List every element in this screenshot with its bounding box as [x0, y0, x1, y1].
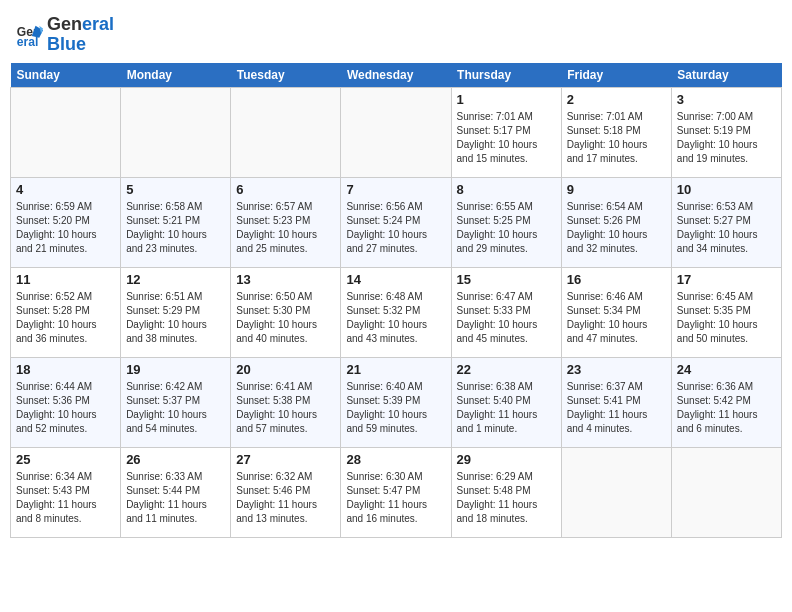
day-info: Sunrise: 6:48 AM Sunset: 5:32 PM Dayligh…: [346, 290, 445, 346]
calendar-cell: 27Sunrise: 6:32 AM Sunset: 5:46 PM Dayli…: [231, 447, 341, 537]
calendar-cell: 29Sunrise: 6:29 AM Sunset: 5:48 PM Dayli…: [451, 447, 561, 537]
day-info: Sunrise: 7:01 AM Sunset: 5:18 PM Dayligh…: [567, 110, 666, 166]
calendar-cell: 24Sunrise: 6:36 AM Sunset: 5:42 PM Dayli…: [671, 357, 781, 447]
calendar-cell: [561, 447, 671, 537]
header-thursday: Thursday: [451, 63, 561, 88]
day-number: 29: [457, 452, 556, 467]
day-number: 24: [677, 362, 776, 377]
calendar-cell: 4Sunrise: 6:59 AM Sunset: 5:20 PM Daylig…: [11, 177, 121, 267]
day-info: Sunrise: 6:56 AM Sunset: 5:24 PM Dayligh…: [346, 200, 445, 256]
day-info: Sunrise: 6:45 AM Sunset: 5:35 PM Dayligh…: [677, 290, 776, 346]
calendar-cell: 9Sunrise: 6:54 AM Sunset: 5:26 PM Daylig…: [561, 177, 671, 267]
logo-icon: Gen eral: [15, 21, 43, 49]
day-info: Sunrise: 6:51 AM Sunset: 5:29 PM Dayligh…: [126, 290, 225, 346]
day-number: 8: [457, 182, 556, 197]
day-number: 4: [16, 182, 115, 197]
day-info: Sunrise: 6:30 AM Sunset: 5:47 PM Dayligh…: [346, 470, 445, 526]
day-info: Sunrise: 6:53 AM Sunset: 5:27 PM Dayligh…: [677, 200, 776, 256]
calendar-cell: 23Sunrise: 6:37 AM Sunset: 5:41 PM Dayli…: [561, 357, 671, 447]
calendar-cell: 25Sunrise: 6:34 AM Sunset: 5:43 PM Dayli…: [11, 447, 121, 537]
calendar-cell: 10Sunrise: 6:53 AM Sunset: 5:27 PM Dayli…: [671, 177, 781, 267]
day-number: 18: [16, 362, 115, 377]
day-number: 16: [567, 272, 666, 287]
calendar-table: SundayMondayTuesdayWednesdayThursdayFrid…: [10, 63, 782, 538]
day-info: Sunrise: 6:42 AM Sunset: 5:37 PM Dayligh…: [126, 380, 225, 436]
day-number: 17: [677, 272, 776, 287]
day-number: 19: [126, 362, 225, 377]
calendar-cell: [121, 87, 231, 177]
day-number: 13: [236, 272, 335, 287]
calendar-cell: 8Sunrise: 6:55 AM Sunset: 5:25 PM Daylig…: [451, 177, 561, 267]
calendar-cell: 17Sunrise: 6:45 AM Sunset: 5:35 PM Dayli…: [671, 267, 781, 357]
day-number: 2: [567, 92, 666, 107]
header-tuesday: Tuesday: [231, 63, 341, 88]
calendar-cell: 13Sunrise: 6:50 AM Sunset: 5:30 PM Dayli…: [231, 267, 341, 357]
calendar-cell: 11Sunrise: 6:52 AM Sunset: 5:28 PM Dayli…: [11, 267, 121, 357]
day-info: Sunrise: 6:38 AM Sunset: 5:40 PM Dayligh…: [457, 380, 556, 436]
day-info: Sunrise: 6:58 AM Sunset: 5:21 PM Dayligh…: [126, 200, 225, 256]
calendar-cell: 28Sunrise: 6:30 AM Sunset: 5:47 PM Dayli…: [341, 447, 451, 537]
week-row-3: 11Sunrise: 6:52 AM Sunset: 5:28 PM Dayli…: [11, 267, 782, 357]
day-info: Sunrise: 6:44 AM Sunset: 5:36 PM Dayligh…: [16, 380, 115, 436]
header-friday: Friday: [561, 63, 671, 88]
day-number: 22: [457, 362, 556, 377]
day-number: 14: [346, 272, 445, 287]
calendar-cell: [671, 447, 781, 537]
day-number: 21: [346, 362, 445, 377]
day-number: 10: [677, 182, 776, 197]
day-info: Sunrise: 6:54 AM Sunset: 5:26 PM Dayligh…: [567, 200, 666, 256]
day-number: 5: [126, 182, 225, 197]
day-info: Sunrise: 6:32 AM Sunset: 5:46 PM Dayligh…: [236, 470, 335, 526]
calendar-cell: 3Sunrise: 7:00 AM Sunset: 5:19 PM Daylig…: [671, 87, 781, 177]
calendar-cell: [231, 87, 341, 177]
day-info: Sunrise: 6:37 AM Sunset: 5:41 PM Dayligh…: [567, 380, 666, 436]
header-monday: Monday: [121, 63, 231, 88]
day-number: 25: [16, 452, 115, 467]
day-info: Sunrise: 6:41 AM Sunset: 5:38 PM Dayligh…: [236, 380, 335, 436]
calendar-cell: 21Sunrise: 6:40 AM Sunset: 5:39 PM Dayli…: [341, 357, 451, 447]
day-number: 15: [457, 272, 556, 287]
week-row-4: 18Sunrise: 6:44 AM Sunset: 5:36 PM Dayli…: [11, 357, 782, 447]
day-info: Sunrise: 6:52 AM Sunset: 5:28 PM Dayligh…: [16, 290, 115, 346]
day-number: 20: [236, 362, 335, 377]
svg-text:eral: eral: [17, 35, 39, 49]
day-number: 9: [567, 182, 666, 197]
day-number: 28: [346, 452, 445, 467]
day-number: 7: [346, 182, 445, 197]
day-number: 12: [126, 272, 225, 287]
day-info: Sunrise: 6:40 AM Sunset: 5:39 PM Dayligh…: [346, 380, 445, 436]
calendar-cell: 22Sunrise: 6:38 AM Sunset: 5:40 PM Dayli…: [451, 357, 561, 447]
day-number: 27: [236, 452, 335, 467]
day-info: Sunrise: 7:01 AM Sunset: 5:17 PM Dayligh…: [457, 110, 556, 166]
day-info: Sunrise: 6:50 AM Sunset: 5:30 PM Dayligh…: [236, 290, 335, 346]
calendar-cell: 12Sunrise: 6:51 AM Sunset: 5:29 PM Dayli…: [121, 267, 231, 357]
calendar-header-row: SundayMondayTuesdayWednesdayThursdayFrid…: [11, 63, 782, 88]
calendar-cell: [11, 87, 121, 177]
calendar-cell: [341, 87, 451, 177]
logo: Gen eral General Blue: [15, 15, 114, 55]
day-number: 3: [677, 92, 776, 107]
calendar-cell: 26Sunrise: 6:33 AM Sunset: 5:44 PM Dayli…: [121, 447, 231, 537]
day-info: Sunrise: 6:47 AM Sunset: 5:33 PM Dayligh…: [457, 290, 556, 346]
day-info: Sunrise: 6:34 AM Sunset: 5:43 PM Dayligh…: [16, 470, 115, 526]
day-info: Sunrise: 6:59 AM Sunset: 5:20 PM Dayligh…: [16, 200, 115, 256]
calendar-cell: 6Sunrise: 6:57 AM Sunset: 5:23 PM Daylig…: [231, 177, 341, 267]
day-info: Sunrise: 6:57 AM Sunset: 5:23 PM Dayligh…: [236, 200, 335, 256]
page-header: Gen eral General Blue: [10, 10, 782, 55]
day-number: 26: [126, 452, 225, 467]
calendar-cell: 15Sunrise: 6:47 AM Sunset: 5:33 PM Dayli…: [451, 267, 561, 357]
calendar-cell: 16Sunrise: 6:46 AM Sunset: 5:34 PM Dayli…: [561, 267, 671, 357]
day-info: Sunrise: 6:36 AM Sunset: 5:42 PM Dayligh…: [677, 380, 776, 436]
calendar-cell: 19Sunrise: 6:42 AM Sunset: 5:37 PM Dayli…: [121, 357, 231, 447]
header-sunday: Sunday: [11, 63, 121, 88]
day-info: Sunrise: 6:29 AM Sunset: 5:48 PM Dayligh…: [457, 470, 556, 526]
week-row-1: 1Sunrise: 7:01 AM Sunset: 5:17 PM Daylig…: [11, 87, 782, 177]
calendar-cell: 5Sunrise: 6:58 AM Sunset: 5:21 PM Daylig…: [121, 177, 231, 267]
day-number: 6: [236, 182, 335, 197]
day-number: 23: [567, 362, 666, 377]
week-row-5: 25Sunrise: 6:34 AM Sunset: 5:43 PM Dayli…: [11, 447, 782, 537]
calendar-cell: 18Sunrise: 6:44 AM Sunset: 5:36 PM Dayli…: [11, 357, 121, 447]
day-info: Sunrise: 6:55 AM Sunset: 5:25 PM Dayligh…: [457, 200, 556, 256]
calendar-cell: 7Sunrise: 6:56 AM Sunset: 5:24 PM Daylig…: [341, 177, 451, 267]
calendar-cell: 20Sunrise: 6:41 AM Sunset: 5:38 PM Dayli…: [231, 357, 341, 447]
